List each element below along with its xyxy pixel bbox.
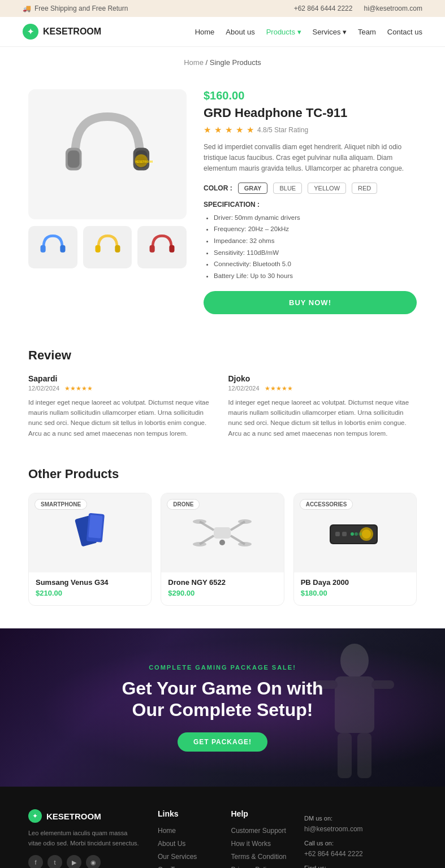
top-bar-right: +62 864 6444 2222 hi@kesetroom.com xyxy=(294,5,422,12)
logo[interactable]: ✦ KESETROOM xyxy=(23,24,101,40)
footer-link-home[interactable]: Home xyxy=(158,827,176,835)
top-bar-left: 🚚 Free Shipping and Free Return xyxy=(23,5,128,12)
footer-email: hi@kesetroom.com xyxy=(304,824,417,834)
top-bar: 🚚 Free Shipping and Free Return +62 864 … xyxy=(0,0,445,17)
footer-logo-icon: ✦ xyxy=(28,809,42,823)
facebook-icon[interactable]: f xyxy=(28,855,43,868)
svg-rect-36 xyxy=(335,676,374,733)
breadcrumb-separator: / xyxy=(206,58,210,67)
get-package-button[interactable]: GET PACKAGE! xyxy=(178,732,267,752)
product-badge-smartphone: SMARTPHONE xyxy=(34,499,87,510)
product-description: Sed id imperdiet convallis diam eget hen… xyxy=(204,142,417,175)
instagram-icon[interactable]: ◉ xyxy=(86,855,101,868)
footer-contact-col: DM us on: hi@kesetroom.com Call us on: +… xyxy=(304,809,417,868)
svg-rect-39 xyxy=(338,733,352,778)
footer-find-label: Find us: xyxy=(304,865,417,868)
color-red[interactable]: RED xyxy=(352,183,377,194)
headphone-main-svg: KESETROOM xyxy=(54,101,161,208)
svg-point-21 xyxy=(193,519,206,524)
footer-phone: +62 864 6444 2222 xyxy=(304,849,417,859)
product-card-drone[interactable]: DRONE xyxy=(161,493,284,606)
spec-section: SPECIFICATION : Driver: 50mm dynamic dri… xyxy=(204,201,417,282)
nav-home[interactable]: Home xyxy=(195,28,215,36)
social-icons: f t ▶ ◉ xyxy=(28,855,141,868)
footer-help-support[interactable]: Customer Support xyxy=(231,827,286,835)
footer-description: Leo elementum iaculis quam massa vitae o… xyxy=(28,828,141,848)
reviewer-name-2: Djoko xyxy=(228,374,417,383)
thumb-red[interactable] xyxy=(137,226,187,268)
svg-rect-10 xyxy=(115,245,120,253)
product-card-smartphone[interactable]: SMARTPHONE Sumsang Venus G34 $210.00 xyxy=(28,493,152,606)
nav-about[interactable]: About us xyxy=(226,28,254,36)
product-image-drone: DRONE xyxy=(161,493,283,572)
color-row: COLOR : GRAY BLUE YELLOW RED xyxy=(204,183,417,194)
product-info-smartphone: Sumsang Venus G34 $210.00 xyxy=(29,572,151,605)
review-date-2: 12/02/2024 ★★★★★ xyxy=(228,385,417,396)
footer-link-services[interactable]: Our Services xyxy=(158,853,197,861)
footer-call-label: Call us on: xyxy=(304,840,417,847)
nav-services[interactable]: Services ▾ xyxy=(313,28,347,36)
review-text-1: Id integer eget neque laoreet ac volutpa… xyxy=(28,397,217,439)
footer-help-list: Customer Support How it Works Terms & Co… xyxy=(231,826,288,868)
breadcrumb: Home / Single Products xyxy=(0,47,445,78)
color-blue[interactable]: BLUE xyxy=(273,183,302,194)
product-images: KESETROOM xyxy=(28,89,187,268)
footer-logo: ✦ KESETROOM xyxy=(28,809,141,823)
svg-rect-16 xyxy=(214,527,231,539)
reviews-title: Review xyxy=(28,348,417,363)
thumb-yellow[interactable] xyxy=(83,226,132,268)
product-price-smartphone: $210.00 xyxy=(36,589,144,597)
top-bar-phone: +62 864 6444 2222 xyxy=(294,5,353,12)
footer-help-works[interactable]: How it Works xyxy=(231,840,271,848)
youtube-icon[interactable]: ▶ xyxy=(67,855,81,868)
footer-logo-text: KESETROOM xyxy=(46,811,101,821)
svg-rect-12 xyxy=(170,245,175,253)
svg-point-32 xyxy=(351,532,354,536)
nav-team[interactable]: Team xyxy=(358,28,376,36)
accessories-svg xyxy=(324,510,386,555)
thumb-row xyxy=(28,226,187,268)
footer-help-privacy[interactable]: Privacy Policy xyxy=(231,866,274,868)
twitter-icon[interactable]: t xyxy=(47,855,62,868)
buy-now-button[interactable]: BUY NOW! xyxy=(204,291,417,314)
gaming-title: Get Your Game On withOur Complete Setup! xyxy=(122,678,323,721)
nav-products[interactable]: Products ▾ xyxy=(266,28,301,36)
reviews-grid: Sapardi 12/02/2024 ★★★★★ Id integer eget… xyxy=(28,374,417,439)
rating-text: 4.8/5 Star Rating xyxy=(257,126,308,134)
spec-title: SPECIFICATION : xyxy=(204,201,417,209)
product-price: $160.00 xyxy=(204,89,417,102)
svg-rect-11 xyxy=(150,245,155,253)
review-date-1: 12/02/2024 ★★★★★ xyxy=(28,385,217,396)
breadcrumb-home[interactable]: Home xyxy=(184,58,204,67)
footer-link-about[interactable]: About Us xyxy=(158,840,185,848)
reviewer-name-1: Sapardi xyxy=(28,374,217,383)
svg-rect-8 xyxy=(60,245,65,253)
color-yellow[interactable]: YELLOW xyxy=(308,183,346,194)
reviews-section: Review Sapardi 12/02/2024 ★★★★★ Id integ… xyxy=(0,337,445,456)
product-card-accessories[interactable]: ACCESSORIES PB Da xyxy=(293,493,417,606)
review-card-2: Djoko 12/02/2024 ★★★★★ Id integer eget n… xyxy=(228,374,417,439)
product-image-smartphone: SMARTPHONE xyxy=(29,493,151,572)
top-bar-shipping: Free Shipping and Free Return xyxy=(34,5,128,12)
spec-item-1: Driver: 50mm dynamic drivers xyxy=(214,212,417,224)
nav-contact[interactable]: Contact us xyxy=(387,28,422,36)
color-gray[interactable]: GRAY xyxy=(238,183,268,194)
footer-help-terms[interactable]: Terms & Condition xyxy=(231,853,287,861)
logo-text: KESETROOM xyxy=(43,27,101,37)
thumb-blue[interactable] xyxy=(28,226,77,268)
svg-point-22 xyxy=(238,519,252,524)
product-info-drone: Drone NGY 6522 $290.00 xyxy=(161,572,283,605)
star-1: ★ xyxy=(204,125,211,135)
svg-rect-7 xyxy=(40,245,45,253)
svg-rect-15 xyxy=(88,515,102,539)
spec-list: Driver: 50mm dynamic drivers Frequency: … xyxy=(204,212,417,282)
product-info: $160.00 GRD Headphone TC-911 ★ ★ ★ ★ ★ 4… xyxy=(204,89,417,314)
review-card-1: Sapardi 12/02/2024 ★★★★★ Id integer eget… xyxy=(28,374,217,439)
footer-grid: ✦ KESETROOM Leo elementum iaculis quam m… xyxy=(28,809,417,868)
thumb-yellow-svg xyxy=(92,232,123,263)
star-2: ★ xyxy=(214,125,222,135)
footer-link-team[interactable]: Our Team xyxy=(158,866,187,868)
svg-rect-31 xyxy=(342,532,347,536)
spec-item-4: Sensitivity: 110dB/mW xyxy=(214,247,417,259)
star-5: ★ xyxy=(247,125,254,135)
